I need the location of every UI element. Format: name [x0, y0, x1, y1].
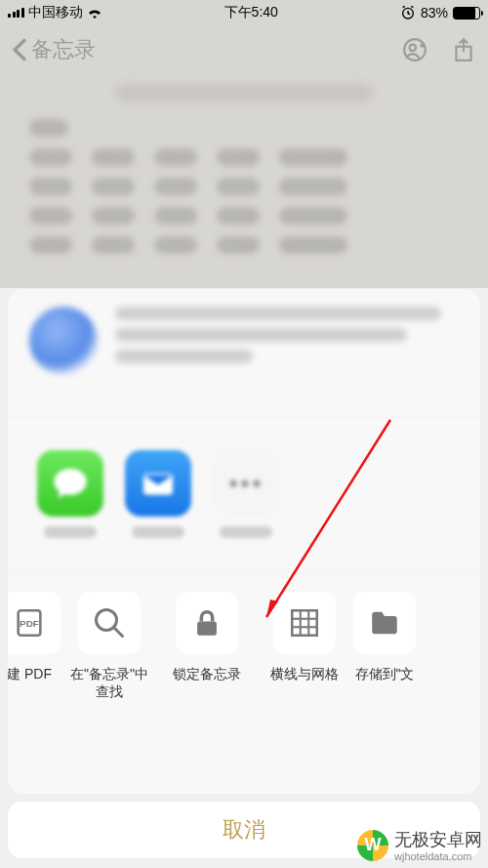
watermark-logo-icon [357, 830, 388, 861]
svg-line-8 [114, 628, 123, 637]
action-row[interactable]: PDF 建 PDF 在"备忘录"中 查找 锁定备忘录 横线与网格 [8, 572, 480, 794]
folder-icon [353, 592, 416, 654]
messages-app-icon[interactable] [37, 450, 103, 517]
action-label: 锁定备忘录 [173, 666, 241, 683]
airdrop-preview-icon [29, 307, 98, 375]
grid-icon [273, 592, 336, 654]
battery-icon [453, 7, 480, 20]
dimmed-background: 中国移动 下午5:40 83% 备忘录 [0, 0, 488, 288]
clock-label: 下午5:40 [224, 4, 278, 21]
watermark: 无极安卓网 wjhoteldata.com [357, 828, 482, 862]
svg-rect-10 [292, 610, 317, 636]
action-label: 存储到"文 [355, 666, 415, 683]
lock-icon [176, 592, 238, 654]
action-find-in-note[interactable]: 在"备忘录"中 查找 [61, 592, 158, 700]
share-sheet: ••• PDF 建 PDF 在"备忘录"中 查找 锁定备忘录 横线与网格 [8, 289, 480, 794]
chevron-left-icon [12, 38, 27, 62]
action-lock-note[interactable]: 锁定备忘录 [158, 592, 256, 683]
signal-icon [8, 8, 24, 18]
cancel-label: 取消 [223, 815, 265, 845]
add-person-icon[interactable] [402, 37, 427, 62]
nav-bar: 备忘录 [0, 25, 488, 74]
action-lines-grids[interactable]: 横线与网格 [256, 592, 353, 683]
back-label: 备忘录 [31, 35, 96, 64]
carrier-label: 中国移动 [28, 4, 83, 21]
wifi-icon [87, 7, 102, 19]
share-icon[interactable] [451, 37, 476, 62]
pdf-icon: PDF [8, 592, 61, 654]
search-icon [78, 592, 141, 654]
svg-rect-9 [197, 622, 217, 636]
back-button[interactable]: 备忘录 [12, 35, 96, 64]
svg-point-2 [410, 45, 417, 52]
action-label: 建 PDF [8, 666, 52, 683]
action-save-to-files[interactable]: 存储到"文 [353, 592, 416, 683]
svg-text:PDF: PDF [20, 618, 39, 629]
more-app-icon[interactable]: ••• [213, 450, 279, 517]
alarm-icon [400, 5, 416, 21]
action-create-pdf[interactable]: PDF 建 PDF [8, 592, 61, 683]
battery-pct-label: 83% [421, 5, 448, 21]
watermark-url: wjhoteldata.com [394, 851, 482, 862]
status-bar: 中国移动 下午5:40 83% [0, 0, 488, 25]
note-content-blurred [0, 74, 488, 275]
share-app-row[interactable]: ••• [8, 416, 480, 572]
mail-app-icon[interactable] [125, 450, 191, 517]
watermark-title: 无极安卓网 [394, 830, 482, 849]
share-preview [8, 289, 480, 416]
action-label: 横线与网格 [270, 666, 339, 683]
action-label: 在"备忘录"中 查找 [70, 666, 148, 700]
